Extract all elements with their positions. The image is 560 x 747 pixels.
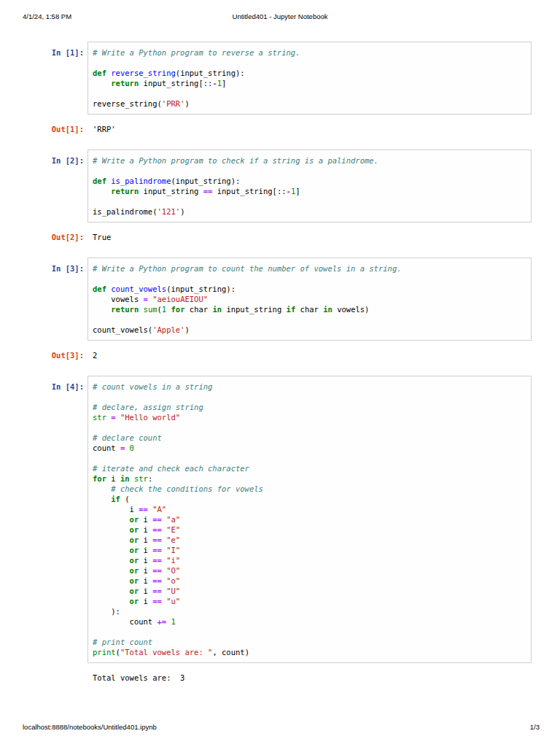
output-row: Out[1]:'RRP': [0, 124, 560, 134]
output-prompt: Out[3]:: [0, 350, 88, 360]
input-area: # Write a Python program to reverse a st…: [88, 42, 532, 115]
code-cell: In [3]:# Write a Python program to count…: [0, 258, 560, 341]
page-title: Untitled401 - Jupyter Notebook: [0, 12, 560, 20]
code-editor: # count vowels in a string # declare, as…: [93, 382, 526, 657]
output-text: 'RRP': [88, 124, 116, 134]
output-text: Total vowels are: 3: [88, 673, 184, 683]
code-cell: In [1]:# Write a Python program to rever…: [0, 42, 560, 115]
output-text: 2: [88, 350, 97, 360]
input-area: # Write a Python program to check if a s…: [88, 150, 532, 222]
output-prompt: [0, 673, 88, 683]
code-editor: # Write a Python program to check if a s…: [93, 155, 526, 217]
output-row: Total vowels are: 3: [0, 673, 560, 683]
output-row: Out[2]:True: [0, 232, 560, 242]
code-editor: # Write a Python program to reverse a st…: [93, 47, 526, 109]
input-prompt: In [1]:: [0, 42, 88, 115]
code-cell: In [2]:# Write a Python program to check…: [0, 150, 560, 222]
input-prompt: In [2]:: [0, 150, 88, 222]
input-prompt: In [4]:: [0, 376, 88, 663]
notebook: In [1]:# Write a Python program to rever…: [0, 42, 560, 698]
output-prompt: Out[1]:: [0, 124, 88, 134]
input-area: # count vowels in a string # declare, as…: [88, 376, 532, 663]
printed-page: 4/1/24, 1:58 PM Untitled401 - Jupyter No…: [0, 0, 560, 747]
output-text: True: [88, 232, 111, 242]
source-url: localhost:8888/notebooks/Untitled401.ipy…: [23, 723, 157, 731]
output-row: Out[3]:2: [0, 350, 560, 360]
output-prompt: Out[2]:: [0, 232, 88, 242]
page-number: 1/3: [530, 723, 540, 731]
input-area: # Write a Python program to count the nu…: [88, 258, 532, 341]
code-cell: In [4]:# count vowels in a string # decl…: [0, 376, 560, 663]
code-editor: # Write a Python program to count the nu…: [93, 263, 526, 335]
input-prompt: In [3]:: [0, 258, 88, 341]
